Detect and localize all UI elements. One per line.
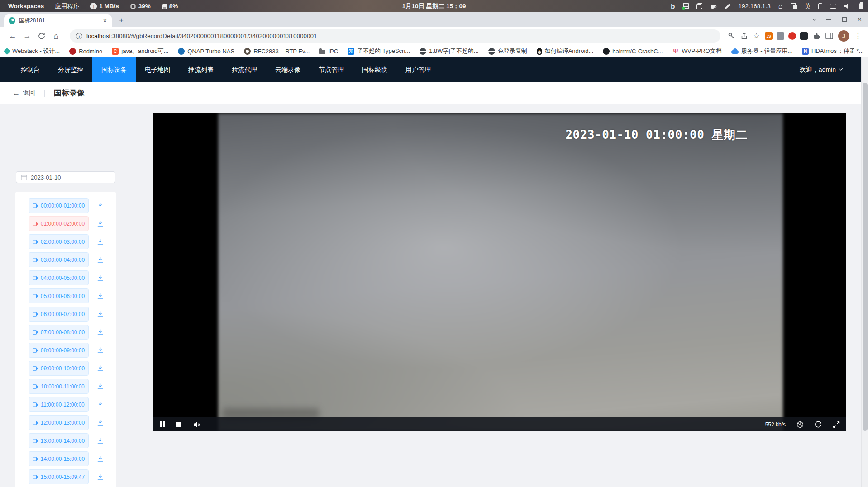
bookmark-item[interactable]: N HDAtmos :: 种子 *... — [802, 47, 864, 55]
workspaces-menu[interactable]: Workspaces — [8, 3, 44, 9]
bookmark-item[interactable]: 免登录复制 — [488, 47, 527, 55]
recording-pill[interactable]: 14:00:00-15:00:00 — [29, 451, 89, 466]
color-picker-tray-icon[interactable] — [725, 3, 731, 9]
player-mute-icon[interactable] — [193, 421, 201, 428]
notes-app-tray-icon[interactable] — [683, 3, 689, 9]
share-icon[interactable] — [740, 32, 748, 40]
download-recording-button[interactable] — [95, 363, 105, 374]
bookmark-item[interactable]: Ψ WVP-PRO文档 — [672, 47, 722, 55]
bookmark-item[interactable]: QNAP Turbo NAS — [178, 48, 234, 55]
nav-tab[interactable]: 国标设备 — [92, 57, 136, 82]
bing-tray-icon[interactable]: b — [671, 2, 675, 10]
bookmark-item[interactable]: 1.8W字|了不起的... — [420, 47, 479, 55]
download-recording-button[interactable] — [95, 273, 105, 284]
browser-menu-icon[interactable]: ⋮ — [854, 32, 862, 40]
recording-pill[interactable]: 00:00:00-01:00:00 — [29, 198, 89, 213]
download-recording-button[interactable] — [95, 255, 105, 265]
download-recording-button[interactable] — [95, 236, 105, 247]
browser-tab[interactable]: 国标28181 × — [4, 14, 112, 27]
download-recording-button[interactable] — [95, 472, 105, 482]
bookmark-item[interactable]: Redmine — [69, 48, 102, 55]
caffeine-tray-icon[interactable] — [710, 3, 717, 9]
bookmark-item[interactable]: 如何编译Android... — [537, 47, 594, 55]
bookmark-item[interactable]: IPC — [319, 48, 338, 55]
user-menu[interactable]: 欢迎，admin — [800, 66, 861, 74]
reload-button[interactable] — [35, 30, 48, 43]
recording-pill[interactable]: 09:00:00-10:00:00 — [29, 361, 89, 376]
site-info-icon[interactable]: i — [76, 33, 82, 39]
recording-pill[interactable]: 11:00:00-12:00:00 — [29, 397, 89, 412]
password-key-icon[interactable] — [728, 32, 735, 40]
download-recording-button[interactable] — [95, 309, 105, 320]
bookmark-item[interactable]: Webstack - 设计... — [5, 47, 60, 55]
battery-tray-icon[interactable] — [859, 3, 863, 9]
recording-pill[interactable]: 02:00:00-03:00:00 — [29, 234, 89, 249]
window-close-button[interactable]: × — [858, 16, 862, 23]
download-recording-button[interactable] — [95, 399, 105, 410]
date-picker-input[interactable]: 2023-01-10 — [16, 171, 115, 183]
download-recording-button[interactable] — [95, 291, 105, 302]
input-method-indicator[interactable]: 英 — [805, 2, 811, 10]
nav-tab[interactable]: 推流列表 — [179, 57, 223, 82]
extensions-puzzle-icon[interactable] — [813, 32, 820, 40]
bookmarks-overflow-chevrons[interactable]: » — [850, 47, 854, 55]
nav-tab[interactable]: 节点管理 — [310, 57, 353, 82]
nav-tab[interactable]: 电子地图 — [136, 57, 179, 82]
volume-tray-icon[interactable] — [844, 3, 851, 9]
recording-pill[interactable]: 10:00:00-11:00:00 — [29, 379, 89, 394]
tab-search-chevron-icon[interactable] — [812, 17, 816, 20]
window-maximize-button[interactable] — [842, 17, 847, 22]
bookmark-item[interactable]: hairrrrr/C-CrashC... — [603, 48, 663, 55]
back-link[interactable]: ← 返回 — [13, 89, 35, 97]
recording-pill[interactable]: 08:00:00-09:00:00 — [29, 343, 89, 358]
recording-pill[interactable]: 01:00:00-02:00:00 — [29, 216, 89, 231]
nav-tab[interactable]: 分屏监控 — [49, 57, 92, 82]
ip-address[interactable]: 192.168.1.3 — [739, 3, 771, 9]
clipboard-tray-icon[interactable] — [696, 3, 702, 9]
phone-link-tray-icon[interactable] — [818, 3, 822, 9]
nav-tab[interactable]: 国标级联 — [353, 57, 396, 82]
bookmark-item[interactable]: RFC2833 – RTP Ev... — [244, 48, 310, 55]
display-tray-icon[interactable] — [830, 4, 836, 9]
workspaces-switcher-icon[interactable] — [791, 3, 797, 9]
bookmark-item[interactable]: 知 了不起的 TypeScri... — [348, 47, 410, 55]
download-recording-button[interactable] — [95, 200, 105, 211]
nav-tab[interactable]: 云端录像 — [266, 57, 310, 82]
home-tray-icon[interactable]: ⌂ — [778, 3, 783, 10]
side-panel-icon[interactable] — [825, 33, 833, 39]
player-refresh-icon[interactable] — [815, 421, 822, 428]
applications-menu[interactable]: 应用程序 — [55, 2, 79, 10]
home-button[interactable]: ⌂ — [50, 30, 62, 43]
recording-pill[interactable]: 04:00:00-05:00:00 — [29, 270, 89, 285]
player-pause-icon[interactable] — [160, 421, 165, 427]
window-minimize-button[interactable] — [826, 19, 831, 20]
back-button[interactable]: ← — [6, 30, 19, 43]
download-recording-button[interactable] — [95, 435, 105, 446]
recording-pill[interactable]: 03:00:00-04:00:00 — [29, 252, 89, 267]
nav-tab[interactable]: 拉流代理 — [223, 57, 266, 82]
recording-pill[interactable]: 13:00:00-14:00:00 — [29, 433, 89, 448]
scrollbar-thumb[interactable] — [863, 83, 868, 431]
recording-pill[interactable]: 15:00:00-15:09:47 — [29, 469, 89, 484]
extension-badge[interactable] — [777, 32, 784, 40]
download-recording-button[interactable] — [95, 345, 105, 356]
extension-badge[interactable]: JS — [765, 32, 773, 40]
download-recording-button[interactable] — [95, 381, 105, 392]
nav-tab[interactable]: 控制台 — [12, 57, 49, 82]
forward-button[interactable]: → — [21, 30, 33, 43]
page-scrollbar[interactable] — [861, 57, 868, 487]
extension-badge[interactable] — [788, 32, 796, 40]
recording-pill[interactable]: 05:00:00-06:00:00 — [29, 288, 89, 303]
player-stop-icon[interactable] — [176, 422, 181, 427]
download-recording-button[interactable] — [95, 417, 105, 428]
extension-badge[interactable] — [800, 32, 808, 40]
player-fullscreen-icon[interactable] — [833, 421, 840, 428]
url-bar[interactable]: i localhost:38080/#/gbRecordDetail/34020… — [70, 29, 720, 43]
player-settings-shutter-icon[interactable] — [796, 421, 804, 428]
tab-close-icon[interactable]: × — [102, 18, 108, 24]
recording-pill[interactable]: 06:00:00-07:00:00 — [29, 307, 89, 322]
nav-tab[interactable]: 用户管理 — [396, 57, 440, 82]
download-recording-button[interactable] — [95, 327, 105, 338]
recording-pill[interactable]: 07:00:00-08:00:00 — [29, 325, 89, 340]
recording-pill[interactable]: 12:00:00-13:00:00 — [29, 415, 89, 430]
